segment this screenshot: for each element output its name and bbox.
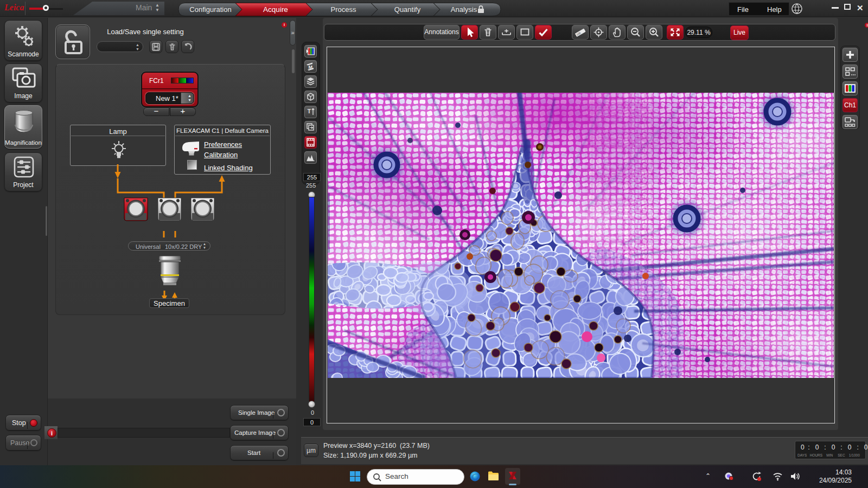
svg-text:T: T [308,108,311,114]
svg-text:Acquire: Acquire [263,5,288,14]
svg-text:Analysis: Analysis [451,5,477,14]
svg-text:Process: Process [331,5,356,14]
svg-text:Configuration: Configuration [189,5,231,14]
svg-text:Quantify: Quantify [394,5,421,14]
